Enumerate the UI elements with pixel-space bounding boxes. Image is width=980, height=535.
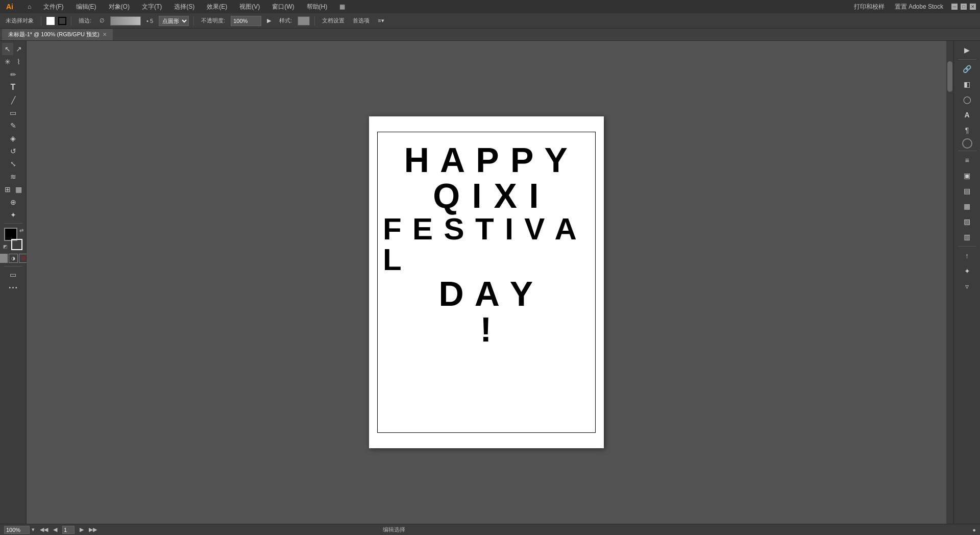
type-tool[interactable]: T [2,81,24,93]
minimize-button[interactable]: ─ [951,4,958,10]
doc-settings-button[interactable]: 文档设置 [320,16,347,26]
style-label: 样式: [277,16,295,26]
menu-object[interactable]: 对象(O) [107,2,132,12]
menu-select[interactable]: 选择(S) [172,2,197,12]
right-panels: ▶ 🔗 ◧ ◯ A ¶ ≡ ▣ ▤ ▦ ▨ ▥ ↑ ✦ ▿ [953,41,980,524]
status-bar: ▾ ◀◀ ◀ ▶ ▶▶ 编辑选择 ● [0,524,980,535]
nav-last[interactable]: ▶▶ [89,526,97,533]
graph-tool[interactable]: ▦ [13,183,24,196]
scroll-thumb[interactable] [947,61,952,92]
menu-view[interactable]: 视图(V) [237,2,262,12]
rect-tool[interactable]: ▭ [2,107,24,119]
adobe-stock[interactable]: 置置 Adobe Stock [893,2,945,12]
menu-type[interactable]: 文字(T) [140,2,164,12]
paint-bucket-tool[interactable]: ◈ [2,132,24,144]
stroke-preview [110,16,141,26]
stroke-color-box[interactable] [58,17,66,25]
links-panel-icon[interactable]: 🔗 [956,62,978,76]
layers-panel-icon[interactable]: ◧ [956,77,978,91]
default-colors-icon[interactable]: ◩ [3,244,8,249]
options-toolbar: 未选择对象 描边: ∅ • 5 点圆形 不透明度: ▶ 样式: 文档设置 首选项… [0,13,980,29]
zoom-control: ▾ [4,526,35,534]
title-right: 打印和校样 置置 Adobe Stock ─ □ ✕ [852,2,976,12]
pen-tool[interactable]: ✏ [2,68,24,81]
lasso-tool[interactable]: ⌇ [13,56,24,68]
gradient-mode-icon[interactable]: ◑ [9,254,18,263]
expand-panel-icon[interactable]: ▶ [956,43,978,57]
line-tool[interactable]: ╱ [2,94,24,106]
pathfinder-panel-icon[interactable]: ▦ [956,199,978,213]
slice-tool[interactable]: ✦ [2,209,24,221]
status-text: 编辑选择 [383,526,405,532]
panel-sep-2 [958,151,976,151]
page-input[interactable] [62,526,75,534]
transform-panel-icon[interactable]: ▣ [956,168,978,183]
preferences-button[interactable]: 首选项 [350,16,372,26]
layout-icon[interactable]: ▦ [337,2,347,11]
scale-tool[interactable]: ⤡ [2,158,24,170]
tab-0-close[interactable]: ✕ [103,32,107,37]
close-button[interactable]: ✕ [970,4,976,10]
scroll-bar-vertical[interactable] [946,41,953,524]
more-options-button[interactable]: ≡▾ [375,16,386,25]
stroke-swatch[interactable] [11,239,22,250]
opacity-label: 不透明度: [199,16,228,26]
tab-bar: 未标题-1* @ 100% (RGB/GPU 预览) ✕ [0,29,980,41]
shape-select[interactable]: 点圆形 [159,16,189,26]
paragraph-panel-icon[interactable]: ¶ [956,123,978,137]
menu-window[interactable]: 窗口(W) [270,2,296,12]
menu-edit[interactable]: 编辑(E) [74,2,99,12]
direct-select-tool[interactable]: ↗ [13,43,24,55]
character-panel-icon[interactable]: A [956,108,978,122]
image-trace-icon[interactable]: ▨ [956,214,978,229]
shape-builder-tool[interactable]: ⊞ [2,183,13,196]
nav-next[interactable]: ▶ [80,526,84,533]
symbols-icon[interactable]: ✦ [956,264,978,278]
rotate-tool[interactable]: ↺ [2,145,24,157]
circle-icon[interactable] [962,138,972,149]
artboard-panel-icon[interactable]: ▥ [956,230,978,244]
fill-color-box[interactable] [46,16,55,26]
select-tool[interactable]: ↖ [2,43,13,55]
zoom-input[interactable] [4,526,30,534]
pencil-tool[interactable]: ✎ [2,119,24,132]
properties-panel-icon[interactable]: ≡ [956,153,978,167]
appearance-panel-icon[interactable]: ◯ [956,92,978,107]
magic-wand-tool[interactable]: ✳ [2,56,13,68]
main-area: ↖ ↗ ✳ ⌇ ✏ T ╱ ▭ ✎ ◈ ↺ ⤡ ≋ ⊞ ▦ ⊕ ✦ ⇄ ◩ [0,41,980,524]
menu-help[interactable]: 帮助(H) [305,2,330,12]
menu-effect[interactable]: 效果(E) [205,2,229,12]
select-tools: ↖ ↗ [2,43,24,55]
status-center: 编辑选择 [383,526,405,533]
raise-icon[interactable]: ↑ [956,249,978,263]
swap-colors-icon[interactable]: ⇄ [19,228,23,233]
zoom-dropdown[interactable]: ▾ [32,526,35,533]
align-panel-icon[interactable]: ▤ [956,184,978,198]
menu-file[interactable]: 文件(F) [41,2,65,12]
tab-0[interactable]: 未标题-1* @ 100% (RGB/GPU 预览) ✕ [2,29,113,40]
nav-first[interactable]: ◀◀ [40,526,48,533]
symbol-sprayer-tool[interactable]: ⊕ [2,196,24,208]
text-line-1: H A P P Y [404,142,569,177]
status-right: ● [972,527,976,533]
nav-prev[interactable]: ◀ [53,526,57,533]
build-tools: ⊞ ▦ [2,183,24,196]
warp-tool[interactable]: ≋ [2,171,24,183]
print-proof[interactable]: 打印和校样 [852,2,887,12]
opacity-input[interactable] [231,16,261,26]
home-icon[interactable]: ⌂ [26,2,33,11]
status-right-info: ● [972,527,976,533]
panel-sep-1 [958,59,976,60]
color-mode-icon[interactable] [0,254,8,263]
canvas-area: H A P P Y Q I X I F E S T I V A L D A Y … [27,41,946,524]
text-line-4: D A Y [438,276,534,311]
maximize-button[interactable]: □ [961,4,967,10]
style-preview [298,16,310,26]
sep1 [41,16,41,26]
opacity-arrow[interactable]: ▶ [264,16,274,25]
artboard-tool[interactable]: ▭ [2,269,24,281]
stroke-weight-label: 描边: [76,16,94,26]
artboard-outer: H A P P Y Q I X I F E S T I V A L D A Y … [369,116,604,448]
more-icon[interactable]: ▿ [956,279,978,294]
more-tools[interactable]: • • • [2,281,24,294]
